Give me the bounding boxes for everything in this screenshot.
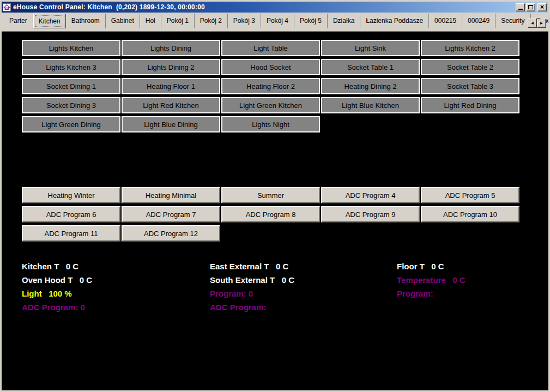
device-button[interactable]: Socket Table 2 (421, 59, 519, 75)
program-button-grid: Heating Winter Heating Minimal Summer AD… (22, 187, 519, 242)
status-line: Kitchen T 0 C (22, 260, 92, 273)
device-button[interactable]: Lights Night (221, 116, 320, 132)
device-button[interactable]: Light Red Kitchen (122, 97, 220, 113)
window-title: eHouse Control Panel: Kitchen (0,202) 18… (13, 3, 516, 11)
room-tab[interactable]: 000215 (429, 14, 462, 28)
titlebar: eHouse Control Panel: Kitchen (0,202) 18… (2, 2, 548, 13)
device-button[interactable]: Heating Floor 2 (221, 78, 320, 94)
program-button[interactable]: ADC Program 5 (421, 187, 519, 203)
room-tabbar: Parter Kitchen Bathroom Gabinet Hol Pokó… (2, 13, 548, 32)
device-button[interactable]: Heating Floor 1 (122, 78, 220, 94)
room-tab[interactable]: Bathroom (66, 14, 106, 28)
status-line: ADC Program: (210, 300, 294, 314)
device-button[interactable]: Socket Table 1 (321, 59, 420, 75)
device-button-grid: Lights Kitchen Lights Dining Light Table… (22, 40, 519, 132)
tab-scroll-right-button[interactable]: ► (537, 19, 546, 28)
device-button[interactable]: Lights Kitchen 3 (22, 59, 120, 75)
status-line: South External T 0 C (210, 273, 294, 287)
maximize-icon (528, 5, 533, 9)
tab-scrollers: ◄ ► (528, 19, 546, 28)
program-button[interactable]: ADC Program 10 (421, 206, 519, 222)
app-icon (3, 3, 11, 11)
minimize-icon (518, 9, 523, 10)
status-line: Oven Hood T 0 C (22, 273, 92, 287)
device-button[interactable]: Socket Dining 1 (22, 78, 120, 94)
device-button[interactable]: Lights Dining 2 (122, 59, 220, 75)
status-line: Floor T 0 C (397, 260, 466, 273)
program-button[interactable]: Heating Minimal (122, 187, 220, 203)
close-icon: × (540, 4, 544, 10)
app-window: eHouse Control Panel: Kitchen (0,202) 18… (0, 0, 550, 392)
program-button[interactable]: ADC Program 6 (22, 206, 120, 222)
status-line: Temperature 0 C (397, 273, 466, 287)
device-button[interactable]: Socket Dining 3 (22, 97, 120, 113)
maximize-button[interactable] (526, 3, 535, 11)
status-line: Program: (397, 287, 466, 300)
tab-scroll-left-button[interactable]: ◄ (528, 19, 537, 28)
room-tab[interactable]: Pokój 1 (161, 14, 195, 28)
status-line: ADC Program: 0 (22, 300, 92, 314)
program-button[interactable]: ADC Program 8 (221, 206, 320, 222)
room-tab[interactable]: Gabinet (106, 14, 140, 28)
device-button[interactable]: Light Blue Dining (122, 116, 220, 132)
room-tab[interactable]: Pokój 5 (294, 14, 328, 28)
minimize-button[interactable] (516, 3, 525, 11)
device-button[interactable]: Lights Dining (122, 40, 220, 56)
device-button[interactable]: Heating Dining 2 (321, 78, 420, 94)
room-tab[interactable]: Pokój 3 (228, 14, 261, 28)
status-column-kitchen: Kitchen T 0 C Oven Hood T 0 C Light 100 … (22, 260, 92, 314)
device-button[interactable]: Light Green Kitchen (221, 97, 320, 113)
status-line: Light 100 % (22, 287, 92, 300)
room-tab[interactable]: Parter (4, 14, 33, 28)
status-column-external: East External T 0 C South External T 0 C… (210, 260, 294, 314)
device-button[interactable]: Lights Kitchen 2 (421, 40, 519, 56)
device-button[interactable]: Hood Socket (221, 59, 320, 75)
status-line: Program: 0 (210, 287, 294, 300)
device-button[interactable]: Light Green Dining (22, 116, 120, 132)
room-tab[interactable]: Kitchen (33, 14, 66, 28)
room-tab[interactable]: 000249 (462, 14, 495, 28)
room-tab[interactable]: Hol (140, 14, 161, 28)
room-tab[interactable]: Pokój 2 (195, 14, 228, 28)
room-tab[interactable]: Pokój 4 (261, 14, 294, 28)
program-button[interactable]: ADC Program 4 (321, 187, 420, 203)
room-tab[interactable]: Security (495, 14, 530, 28)
device-button[interactable]: Socket Table 3 (421, 78, 519, 94)
status-line: East External T 0 C (210, 260, 294, 273)
program-button[interactable]: ADC Program 11 (22, 225, 120, 242)
program-button[interactable]: ADC Program 12 (122, 225, 220, 242)
program-button[interactable]: ADC Program 7 (122, 206, 220, 222)
program-button[interactable]: Heating Winter (22, 187, 120, 203)
device-button[interactable]: Light Table (221, 40, 320, 56)
device-button[interactable]: Light Red Dining (421, 97, 519, 113)
status-column-floor: Floor T 0 C Temperature 0 C Program: (397, 260, 466, 300)
device-button[interactable]: Lights Kitchen (22, 40, 120, 56)
client-area: Lights Kitchen Lights Dining Light Table… (2, 32, 548, 390)
room-tab[interactable]: Łazienka Poddasze (360, 14, 429, 28)
device-button[interactable]: Light Sink (321, 40, 420, 56)
program-button[interactable]: ADC Program 9 (321, 206, 420, 222)
window-controls: × (516, 3, 547, 11)
close-button[interactable]: × (537, 3, 547, 11)
device-button[interactable]: Light Blue Kitchen (321, 97, 420, 113)
room-tab[interactable]: Działka (328, 14, 360, 28)
program-button[interactable]: Summer (221, 187, 320, 203)
